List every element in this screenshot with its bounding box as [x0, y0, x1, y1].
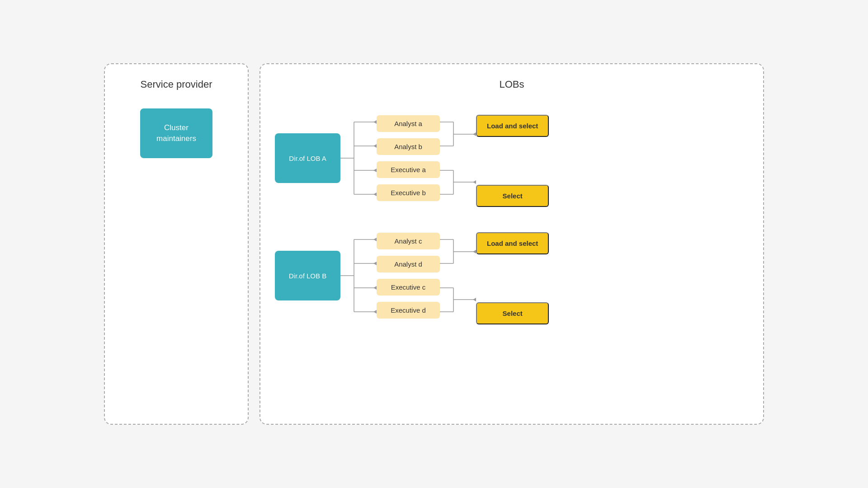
- svg-marker-14: [473, 132, 476, 136]
- right-panel-title: LOBs: [275, 79, 749, 90]
- svg-marker-29: [373, 310, 377, 314]
- load-and-select-button-a[interactable]: Load and select: [476, 115, 549, 137]
- cluster-maintainers-label: Clustermaintainers: [156, 122, 196, 144]
- lob-b-group: Dir.of LOB B: [275, 226, 749, 325]
- svg-marker-8: [373, 169, 377, 172]
- load-and-select-button-b[interactable]: Load and select: [476, 232, 549, 254]
- svg-marker-19: [473, 180, 476, 184]
- dir-lob-b-box: Dir.of LOB B: [275, 251, 340, 300]
- lob-a-action-connector-svg: [440, 108, 476, 208]
- main-container: Service provider Clustermaintainers LOBs…: [104, 63, 764, 425]
- lob-b-connector-svg: [340, 226, 377, 325]
- lobs-area: Dir.of LOB A: [275, 108, 749, 409]
- dir-lob-a-box: Dir.of LOB A: [275, 133, 340, 183]
- lob-a-connector-svg: [340, 108, 377, 208]
- left-panel: Service provider Clustermaintainers: [104, 63, 249, 425]
- role-executive-a: Executive a: [377, 161, 440, 178]
- svg-marker-7: [373, 144, 377, 148]
- lob-b-actions: Load and select Select: [476, 227, 549, 324]
- role-executive-b: Executive b: [377, 184, 440, 201]
- svg-marker-34: [473, 250, 476, 253]
- role-analyst-c: Analyst c: [377, 233, 440, 249]
- dir-lob-a-label: Dir.of LOB A: [289, 154, 326, 163]
- role-analyst-b: Analyst b: [377, 138, 440, 155]
- svg-marker-27: [373, 262, 377, 265]
- svg-marker-39: [473, 298, 476, 301]
- cluster-maintainers-box: Clustermaintainers: [140, 108, 212, 158]
- right-panel: LOBs Dir.of LOB A: [259, 63, 764, 425]
- svg-marker-28: [373, 286, 377, 290]
- role-executive-d: Executive d: [377, 302, 440, 319]
- svg-marker-9: [373, 192, 377, 196]
- role-analyst-d: Analyst d: [377, 256, 440, 272]
- role-analyst-a: Analyst a: [377, 115, 440, 132]
- dir-lob-b-label: Dir.of LOB B: [289, 271, 326, 281]
- lob-a-roles-column: Analyst a Analyst b Executive a Executiv…: [377, 115, 440, 201]
- left-panel-title: Service provider: [141, 79, 212, 90]
- lob-a-actions: Load and select Select: [476, 109, 549, 207]
- lob-a-group: Dir.of LOB A: [275, 108, 749, 208]
- svg-marker-26: [373, 238, 377, 241]
- role-executive-c: Executive c: [377, 279, 440, 296]
- svg-marker-6: [373, 120, 377, 124]
- select-button-b[interactable]: Select: [476, 302, 549, 324]
- select-button-a[interactable]: Select: [476, 185, 549, 207]
- lob-b-action-connector-svg: [440, 226, 476, 325]
- lob-b-roles-column: Analyst c Analyst d Executive c Executiv…: [377, 233, 440, 319]
